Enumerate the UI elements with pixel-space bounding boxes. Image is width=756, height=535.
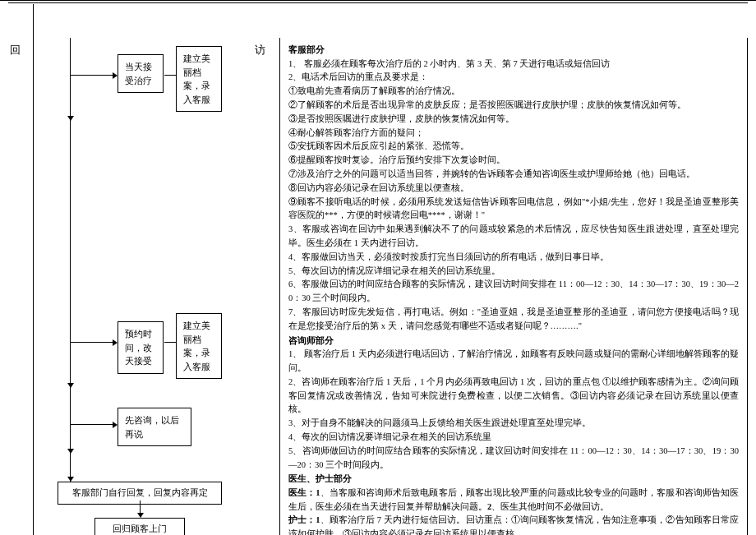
- content-item: ②了解顾客的术后是否出现异常的皮肤反应；是否按照医嘱进行皮肤护理；皮肤的恢复情况…: [288, 99, 739, 113]
- connector: [70, 75, 115, 76]
- bold-label: 医生：1: [288, 488, 320, 497]
- content-item: ⑥提醒顾客按时复诊。治疗后预约安排下次复诊时间。: [288, 154, 739, 168]
- left-margin-divider: [33, 4, 34, 535]
- arrow-down-icon: [67, 116, 74, 121]
- header-char-left: 回: [10, 42, 21, 59]
- flow-box-record-1: 建立美丽档案，录入客服: [176, 46, 222, 112]
- flow-box-reserve: 预约时间，改天接受: [118, 321, 164, 374]
- content-panel: 客服部分 1、 客服必须在顾客每次治疗后的 2 小时内、第 3 天、第 7 天进…: [279, 38, 748, 535]
- flow-box-same-day: 当天接受治疗: [118, 54, 164, 93]
- text: 、顾客治疗后 7 天内进行短信回访。回访重点：①询问顾客恢复情况，告知注意事项，…: [288, 515, 739, 535]
- connector: [70, 342, 115, 343]
- content-item: 医生：1、当客服和咨询师术后致电顾客后，顾客出现比较严重的问题或比较专业的问题时…: [288, 487, 739, 514]
- content-item: 2、咨询师在顾客治疗后 1 天后，1 个月内必须再致电回访 1 次，回访的重点包…: [288, 376, 739, 417]
- content-item: ⑨顾客不接听电话的时候，必须用系统发送短信告诉顾客回电信息，例如"*小姐/先生，…: [288, 196, 739, 224]
- arrow-down-icon: [67, 449, 74, 454]
- box-text: 建立美丽档案，录入客服: [183, 53, 210, 104]
- flow-box-record-2: 建立美丽档案，录入客服: [176, 313, 222, 379]
- section-title-doctor: 医生、护士部分: [288, 472, 739, 487]
- content-item: ⑧回访内容必须记录在回访系统里以便查核。: [288, 182, 739, 196]
- box-text: 回归顾客上门: [113, 523, 167, 533]
- box-text: 建立美丽档案，录入客服: [183, 321, 210, 371]
- connector: [164, 75, 176, 76]
- content-item: 5、咨询师做回访的时间应结合顾客的实际情况，建议回访时间安排在 11：00—12…: [288, 445, 739, 473]
- content-item: 1、 顾客治疗后 1 天内必须进行电话回访，了解治疗情况，如顾客有反映问题或疑问…: [288, 348, 739, 376]
- box-text: 先咨询，以后再说: [125, 415, 179, 439]
- top-border: [8, 2, 748, 3]
- content-item: 6、客服做回访的时间应结合顾客的实际情况，建议回访时间安排在 11：00—12：…: [288, 278, 739, 306]
- content-item: 4、客服做回访当天，必须按时按质打完当日须回访的所有电话，做到日事日毕。: [288, 251, 739, 265]
- connector: [164, 342, 176, 343]
- arrow-down-icon: [67, 383, 74, 388]
- box-text: 客服部门自行回复，回复内容再定: [72, 487, 208, 497]
- content-item: ⑤安抚顾客因术后反应引起的紧张、恐慌等。: [288, 140, 739, 154]
- content-item: 1、 客服必须在顾客每次治疗后的 2 小时内、第 3 天、第 7 天进行电话或短…: [288, 58, 739, 71]
- bold-label: 护士：1: [288, 515, 320, 524]
- content-item: ④耐心解答顾客治疗方面的疑问；: [288, 127, 739, 141]
- box-text: 当天接受治疗: [125, 62, 152, 85]
- text: 、医生其他时间不必做回访。: [491, 502, 609, 511]
- content-item: ⑦涉及治疗之外的问题可以适当回答，并婉转的告诉顾客会通知咨询医生或护理师给她（他…: [288, 168, 739, 182]
- content-item: ③是否按照医嘱进行皮肤护理，皮肤的恢复情况如何等。: [288, 113, 739, 127]
- section-title-kefu: 客服部分: [288, 43, 739, 58]
- content-item: 4、每次的回访情况要详细记录在相关的回访系统里: [288, 431, 739, 445]
- content-item: 护士：1、顾客治疗后 7 天内进行短信回访。回访重点：①询问顾客恢复情况，告知注…: [288, 514, 739, 535]
- flow-box-consult: 先咨询，以后再说: [118, 408, 191, 446]
- content-item: 2、电话术后回访的重点及要求是：: [288, 71, 739, 85]
- content-item: 5、每次回访的情况应详细记录在相关的回访系统里。: [288, 265, 739, 279]
- connector: [70, 424, 115, 425]
- content-item: 7、客服回访时应先发短信，再打电话。例如："圣迪亚姐，我是圣迪亚整形的圣迪亚，请…: [288, 306, 739, 334]
- flowchart-column: 当天接受治疗 建立美丽档案，录入客服 预约时间，改天接受 建立美丽档案，录入客服…: [45, 38, 271, 531]
- section-title-zixun: 咨询师部分: [288, 334, 739, 348]
- content-item: ①致电前先查看病历了解顾客的治疗情况。: [288, 85, 739, 99]
- page: 回 访 当天接受治疗 建立美丽档案，录入客服 预约时间，改天接受 建立美丽档案，…: [0, 0, 756, 535]
- content-item: 3、客服或咨询在回访中如果遇到解决不了的问题或较紧急的术后情况，应尽快告知医生跟…: [288, 223, 739, 251]
- content-item: 3、对于自身不能解决的问题须马上反馈给相关医生跟进处理直至处理完毕。: [288, 417, 739, 431]
- box-text: 预约时间，改天接受: [125, 329, 152, 366]
- flow-box-return: 回归顾客上门: [94, 518, 185, 535]
- flow-main-line: [70, 38, 71, 482]
